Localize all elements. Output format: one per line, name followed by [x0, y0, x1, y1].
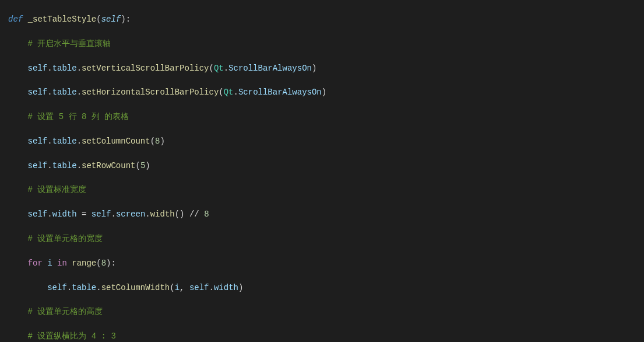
number: 8 [204, 210, 209, 219]
property: width [214, 283, 238, 292]
comma: , [180, 283, 184, 292]
dot: . [77, 161, 82, 170]
dot: . [77, 88, 82, 97]
self: self [28, 64, 48, 73]
paren: ( [150, 137, 155, 146]
dot: . [47, 64, 52, 73]
keyword-def: def [8, 15, 23, 24]
comment: # 设置纵横比为 4 : 3 [28, 331, 116, 341]
method: width [150, 210, 175, 219]
param-self: self [101, 15, 121, 24]
self: self [28, 137, 48, 146]
constant: ScrollBarAlwaysOn [228, 64, 312, 73]
self: self [47, 283, 67, 292]
self: self [189, 283, 209, 292]
property: table [72, 283, 96, 292]
paren: ( [170, 283, 174, 292]
paren: ( [96, 259, 101, 268]
code-line: # 开启水平与垂直滚轴 [8, 38, 644, 50]
code-line: def _setTableStyle(self): [8, 13, 644, 26]
self: self [28, 161, 48, 170]
self: self [28, 210, 48, 219]
operator: = [82, 210, 86, 219]
self: self [92, 210, 111, 219]
code-editor[interactable]: def _setTableStyle(self): # 开启水平与垂直滚轴 se… [0, 1, 644, 342]
property: table [52, 64, 77, 73]
code-line: self.table.setRowCount(5) [8, 160, 644, 172]
method: setVerticalScrollBarPolicy [82, 64, 209, 73]
dot: . [234, 88, 238, 97]
keyword-for: for [28, 259, 43, 268]
constant: ScrollBarAlwaysOn [238, 88, 322, 97]
operator: // [189, 210, 199, 219]
paren: ( [135, 161, 140, 170]
dot: . [209, 283, 214, 292]
class: Qt [214, 64, 224, 73]
code-line: # 设置单元格的高度 [8, 306, 644, 318]
property: width [52, 210, 77, 219]
code-line: # 设置纵横比为 4 : 3 [8, 330, 644, 342]
paren: () [175, 210, 185, 219]
paren: ) [312, 64, 316, 73]
comment: # 开启水平与垂直滚轴 [28, 39, 111, 48]
comment: # 设置单元格的高度 [28, 307, 103, 316]
number: 8 [101, 259, 106, 268]
paren: ) [121, 15, 125, 24]
method: setColumnWidth [101, 283, 170, 292]
colon: : [126, 15, 131, 24]
dot: . [47, 88, 52, 97]
method: setRowCount [82, 161, 135, 170]
dot: . [47, 210, 52, 219]
keyword-in: in [57, 259, 67, 268]
paren: ) [322, 88, 326, 97]
dot: . [145, 210, 150, 219]
builtin: range [72, 259, 96, 268]
paren: ) [145, 161, 150, 170]
code-line: self.width = self.screen.width() // 8 [8, 208, 644, 221]
dot: . [96, 283, 101, 292]
method: setColumnCount [82, 137, 150, 146]
code-line: # 设置单元格的宽度 [8, 233, 644, 245]
dot: . [224, 64, 228, 73]
function-name: _setTableStyle [28, 15, 97, 24]
variable: i [47, 259, 52, 268]
code-line: self.table.setHorizontalScrollBarPolicy(… [8, 86, 644, 99]
property: screen [116, 210, 145, 219]
dot: . [67, 283, 72, 292]
paren: ( [219, 88, 223, 97]
code-line: # 设置 5 行 8 列 的表格 [8, 111, 644, 123]
dot: . [111, 210, 115, 219]
paren: ( [96, 15, 101, 24]
dot: . [47, 137, 52, 146]
paren: ) [238, 283, 243, 292]
self: self [28, 88, 48, 97]
class: Qt [224, 88, 234, 97]
code-line: # 设置标准宽度 [8, 184, 644, 196]
dot: . [77, 64, 82, 73]
comment: # 设置标准宽度 [28, 185, 87, 194]
method: setHorizontalScrollBarPolicy [82, 88, 219, 97]
comment: # 设置 5 行 8 列 的表格 [28, 112, 129, 121]
property: table [52, 137, 77, 146]
dot: . [77, 137, 82, 146]
code-line: for i in range(8): [8, 257, 644, 270]
dot: . [47, 161, 52, 170]
code-line: self.table.setVerticalScrollBarPolicy(Qt… [8, 62, 644, 75]
paren: ) [160, 137, 164, 146]
comment: # 设置单元格的宽度 [28, 234, 103, 243]
code-line: self.table.setColumnWidth(i, self.width) [8, 282, 644, 294]
code-line: self.table.setColumnCount(8) [8, 135, 644, 148]
variable: i [175, 283, 180, 292]
paren: ) [106, 259, 111, 268]
paren: ( [209, 64, 213, 73]
colon: : [111, 259, 116, 268]
property: table [52, 88, 77, 97]
property: table [52, 161, 77, 170]
